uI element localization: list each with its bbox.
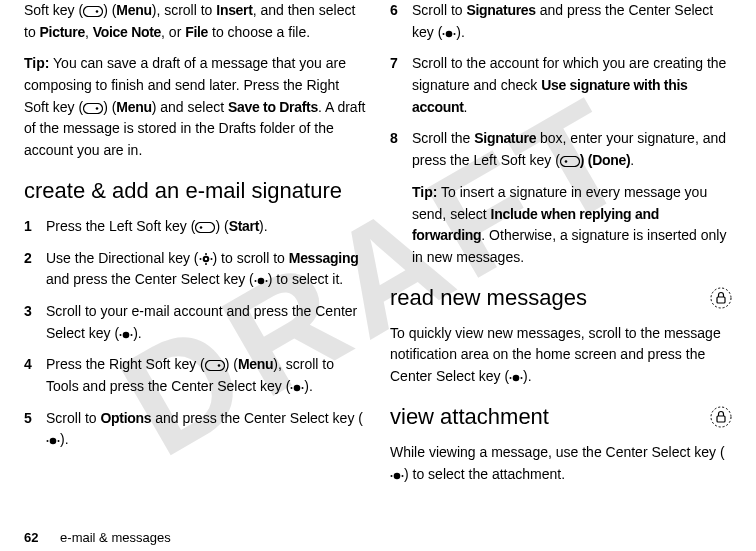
page-content: Soft key () (Menu), scroll to Insert, an… — [0, 0, 756, 520]
softkey-icon — [195, 218, 215, 234]
softkey-icon — [205, 356, 225, 372]
text: ). — [523, 368, 532, 384]
svg-rect-4 — [196, 222, 215, 232]
text: ), scroll to — [152, 2, 217, 18]
text: . — [630, 152, 634, 168]
text: , or — [161, 24, 185, 40]
text: , — [85, 24, 93, 40]
text: ). — [259, 218, 268, 234]
top-continuation-paragraph: Soft key () (Menu), scroll to Insert, an… — [24, 0, 366, 43]
svg-point-26 — [446, 30, 453, 37]
svg-rect-2 — [84, 103, 103, 113]
text: Scroll the — [412, 130, 474, 146]
svg-point-21 — [291, 387, 293, 389]
read-messages-body: To quickly view new messages, scroll to … — [390, 323, 732, 388]
text: to choose a file. — [208, 24, 310, 40]
text: and press the Center Select key ( — [151, 410, 363, 426]
signature-label: Signature — [474, 130, 536, 146]
softkey-icon — [83, 99, 103, 115]
step-1: 1 Press the Left Soft key () (Start). — [24, 216, 366, 238]
footer-section: e-mail & messages — [60, 530, 171, 545]
view-attachment-body: While viewing a message, use the Center … — [390, 442, 732, 485]
svg-point-3 — [96, 107, 99, 110]
step-body: Scroll to Options and press the Center S… — [46, 408, 366, 451]
svg-point-10 — [205, 263, 207, 265]
text: Press the Left Soft key ( — [46, 218, 195, 234]
text: To quickly view new messages, scroll to … — [390, 325, 721, 384]
center-select-icon — [254, 271, 268, 287]
tip-paragraph: Tip: To insert a signature in every mess… — [412, 182, 732, 269]
svg-point-30 — [565, 160, 568, 163]
step-2: 2 Use the Directional key () to scroll t… — [24, 248, 366, 291]
center-select-icon — [509, 368, 523, 384]
lock-icon — [710, 283, 732, 317]
step-body: Press the Left Soft key () (Start). — [46, 216, 366, 238]
step-8: 8 Scroll the Signature box, enter your s… — [390, 128, 732, 171]
step-number: 8 — [390, 128, 412, 171]
text: ) and select — [152, 99, 228, 115]
svg-rect-18 — [205, 361, 224, 371]
svg-point-12 — [257, 278, 264, 285]
step-body: Press the Right Soft key () (Menu), scro… — [46, 354, 366, 397]
svg-point-38 — [394, 472, 401, 479]
file-label: File — [185, 24, 208, 40]
svg-rect-29 — [560, 157, 579, 167]
step-4: 4 Press the Right Soft key () (Menu), sc… — [24, 354, 366, 397]
svg-point-15 — [123, 331, 130, 338]
svg-rect-32 — [717, 297, 725, 303]
step-7: 7 Scroll to the account for which you ar… — [390, 53, 732, 118]
heading-text: view attachment — [390, 404, 549, 429]
step-number: 2 — [24, 248, 46, 291]
step-number: 5 — [24, 408, 46, 451]
picture-label: Picture — [40, 24, 85, 40]
svg-rect-0 — [84, 7, 103, 17]
step-6: 6 Scroll to Signatures and press the Cen… — [390, 0, 732, 43]
svg-point-24 — [47, 440, 49, 442]
step-number: 7 — [390, 53, 412, 118]
text: . — [464, 99, 468, 115]
page-number: 62 — [24, 530, 38, 545]
text: ). — [133, 325, 142, 341]
step-body: Scroll to Signatures and press the Cente… — [412, 0, 732, 43]
text: Use the Directional key ( — [46, 250, 199, 266]
left-column: Soft key () (Menu), scroll to Insert, an… — [24, 0, 366, 510]
text: and press the Center Select key ( — [46, 271, 254, 287]
svg-point-13 — [254, 280, 256, 282]
center-select-icon — [442, 24, 456, 40]
svg-point-23 — [50, 438, 57, 445]
step-number: 4 — [24, 354, 46, 397]
step-body: Scroll to the account for which you are … — [412, 53, 732, 118]
text: ) ( — [103, 2, 116, 18]
tip-label: Tip: — [24, 55, 49, 71]
text: ). — [456, 24, 465, 40]
svg-point-20 — [294, 385, 301, 392]
step-number: 6 — [390, 0, 412, 43]
svg-point-27 — [443, 33, 445, 35]
page-footer: 62 e-mail & messages — [24, 530, 171, 545]
text: ) ( — [225, 356, 238, 372]
center-select-icon — [290, 378, 304, 394]
svg-point-31 — [711, 288, 731, 308]
text: ). — [304, 378, 313, 394]
center-select-icon — [390, 466, 404, 482]
options-label: Options — [100, 410, 151, 426]
signature-heading: create & add an e-mail signature — [24, 174, 366, 208]
step-3: 3 Scroll to your e-mail account and pres… — [24, 301, 366, 344]
menu-label: Menu — [116, 2, 151, 18]
svg-point-16 — [120, 334, 122, 336]
heading-text: read new messages — [390, 285, 587, 310]
step-number: 3 — [24, 301, 46, 344]
tip-paragraph: Tip: You can save a draft of a message t… — [24, 53, 366, 161]
text: Scroll to your e-mail account and press … — [46, 303, 357, 341]
done-label: ) (Done) — [580, 152, 630, 168]
read-messages-heading: read new messages — [390, 281, 732, 315]
svg-point-7 — [199, 258, 201, 260]
text: Scroll to — [412, 2, 466, 18]
directional-key-icon — [199, 250, 213, 266]
step-body: Use the Directional key () to scroll to … — [46, 248, 366, 291]
text: ) to select the attachment. — [404, 466, 565, 482]
center-select-icon — [119, 325, 133, 341]
step-body: Scroll to your e-mail account and press … — [46, 301, 366, 344]
signatures-label: Signatures — [466, 2, 535, 18]
svg-point-1 — [96, 10, 99, 13]
